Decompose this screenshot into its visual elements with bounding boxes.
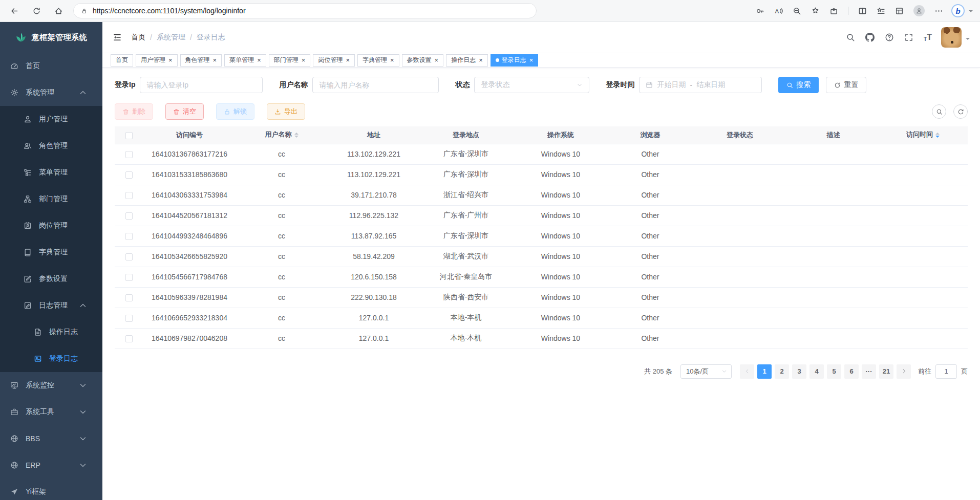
address-bar[interactable]: https://ccnetcore.com:1101/system/log/lo…	[73, 3, 537, 18]
reset-button[interactable]: 重置	[826, 77, 866, 93]
page-size-select[interactable]: 10条/页	[680, 364, 732, 379]
home-button[interactable]	[54, 7, 63, 15]
clear-button[interactable]: 清空	[165, 103, 204, 120]
page-button-21[interactable]: 21	[879, 364, 893, 379]
refresh-button[interactable]	[32, 7, 41, 15]
close-icon[interactable]: ×	[257, 57, 261, 63]
page-button-4[interactable]: 4	[809, 364, 824, 379]
sidebar-item-bbs[interactable]: BBS	[0, 425, 102, 452]
sidebar-item-login-log[interactable]: 登录日志	[0, 345, 102, 372]
page-button-3[interactable]: 3	[792, 364, 806, 379]
toggle-search-button[interactable]	[932, 104, 946, 119]
tab-post-mgmt[interactable]: 岗位管理×	[313, 54, 355, 67]
page-button-1[interactable]: 1	[757, 364, 772, 379]
sidebar-item-log-mgmt[interactable]: 日志管理	[0, 292, 102, 319]
favorites-add-icon[interactable]	[811, 7, 820, 15]
avatar-caret-icon[interactable]	[966, 38, 970, 42]
tab-home[interactable]: 首页	[111, 54, 133, 67]
user-name-input[interactable]	[319, 81, 432, 89]
row-checkbox[interactable]	[125, 274, 133, 281]
search-button[interactable]	[846, 33, 855, 42]
row-checkbox[interactable]	[125, 335, 133, 342]
close-icon[interactable]: ×	[529, 57, 534, 63]
tab-param-settings[interactable]: 参数设置×	[402, 54, 444, 67]
close-icon[interactable]: ×	[390, 57, 394, 63]
font-size-button[interactable]: TT	[924, 33, 932, 42]
fullscreen-button[interactable]	[904, 33, 913, 42]
user-avatar[interactable]	[941, 27, 962, 48]
sidebar-item-param-settings[interactable]: 参数设置	[0, 266, 102, 292]
sort-carets-icon[interactable]	[294, 131, 299, 140]
sidebar-item-system-tools[interactable]: 系统工具	[0, 399, 102, 425]
github-button[interactable]	[865, 33, 875, 42]
tab-dict-mgmt[interactable]: 字典管理×	[357, 54, 399, 67]
favorites-bar-icon[interactable]	[877, 7, 885, 15]
goto-page-input[interactable]	[935, 364, 957, 379]
extensions-icon[interactable]	[829, 7, 838, 15]
page-button-5[interactable]: 5	[827, 364, 841, 379]
sidebar-item-menu-mgmt[interactable]: 菜单管理	[0, 159, 102, 186]
zoom-out-icon[interactable]	[793, 7, 801, 15]
unlock-button[interactable]: 解锁	[216, 103, 254, 120]
sidebar-item-yi-framework[interactable]: Yi框架	[0, 479, 102, 500]
app-logo[interactable]: 意框架管理系统	[0, 22, 102, 53]
sidebar-item-operation-log[interactable]: 操作日志	[0, 319, 102, 345]
search-button[interactable]: 搜索	[778, 77, 819, 93]
tab-menu-mgmt[interactable]: 菜单管理×	[224, 54, 266, 67]
sidebar-item-system-monitor[interactable]: 系统监控	[0, 372, 102, 399]
next-page-button[interactable]	[897, 364, 911, 379]
split-screen-icon[interactable]	[858, 7, 867, 15]
help-button[interactable]	[885, 33, 894, 42]
date-range-picker[interactable]: 开始日期 - 结束日期	[639, 77, 762, 93]
status-select[interactable]: 登录状态	[474, 77, 589, 93]
sidebar-item-home[interactable]: 首页	[0, 53, 102, 79]
prev-page-button[interactable]	[740, 364, 754, 379]
sidebar-item-erp[interactable]: ERP	[0, 452, 102, 479]
browser-profile-icon[interactable]	[913, 5, 925, 16]
close-icon[interactable]: ×	[479, 57, 483, 63]
read-aloud-icon[interactable]: A	[774, 7, 783, 15]
sidebar-item-dept-mgmt[interactable]: 部门管理	[0, 186, 102, 212]
tab-login-log[interactable]: 登录日志×	[491, 54, 539, 67]
tab-dept-mgmt[interactable]: 部门管理×	[269, 54, 311, 67]
tab-operation-log[interactable]: 操作日志×	[446, 54, 488, 67]
column-header[interactable]: 访问时间	[878, 126, 968, 144]
row-checkbox[interactable]	[125, 171, 133, 179]
delete-button[interactable]: 删除	[115, 103, 153, 120]
row-checkbox[interactable]	[125, 151, 133, 158]
row-checkbox[interactable]	[125, 212, 133, 220]
sidebar-item-post-mgmt[interactable]: 岗位管理	[0, 212, 102, 239]
sidebar-item-dict-mgmt[interactable]: 字典管理	[0, 239, 102, 266]
sidebar-item-role-mgmt[interactable]: 角色管理	[0, 133, 102, 159]
bing-icon[interactable]: b	[951, 4, 965, 17]
collections-icon[interactable]	[895, 7, 904, 15]
sidebar-item-system-mgmt[interactable]: 系统管理	[0, 79, 102, 106]
row-checkbox[interactable]	[125, 233, 133, 240]
close-icon[interactable]: ×	[435, 57, 439, 63]
breadcrumb-home[interactable]: 首页	[131, 33, 145, 42]
row-checkbox[interactable]	[125, 253, 133, 260]
row-checkbox[interactable]	[125, 192, 133, 199]
page-button-2[interactable]: 2	[775, 364, 789, 379]
key-icon[interactable]	[756, 7, 764, 15]
refresh-table-button[interactable]	[953, 104, 968, 119]
sidebar-item-user-mgmt[interactable]: 用户管理	[0, 106, 102, 133]
more-pages-button[interactable]: ···	[862, 364, 876, 379]
row-checkbox[interactable]	[125, 294, 133, 301]
row-checkbox[interactable]	[125, 315, 133, 322]
close-icon[interactable]: ×	[213, 57, 217, 63]
column-header[interactable]: 用户名称	[236, 126, 328, 144]
page-button-6[interactable]: 6	[844, 364, 859, 379]
close-icon[interactable]: ×	[168, 57, 173, 63]
close-icon[interactable]: ×	[346, 57, 350, 63]
more-icon[interactable]	[934, 7, 943, 15]
select-all-checkbox[interactable]	[125, 132, 133, 139]
sort-carets-icon[interactable]	[935, 131, 940, 140]
breadcrumb-system-mgmt[interactable]: 系统管理	[157, 33, 185, 42]
login-ip-input[interactable]	[146, 81, 256, 89]
back-button[interactable]	[10, 7, 19, 15]
export-button[interactable]: 导出	[267, 103, 305, 120]
close-icon[interactable]: ×	[302, 57, 306, 63]
sidebar-toggle-button[interactable]	[113, 33, 122, 42]
tab-role-mgmt[interactable]: 角色管理×	[180, 54, 222, 67]
